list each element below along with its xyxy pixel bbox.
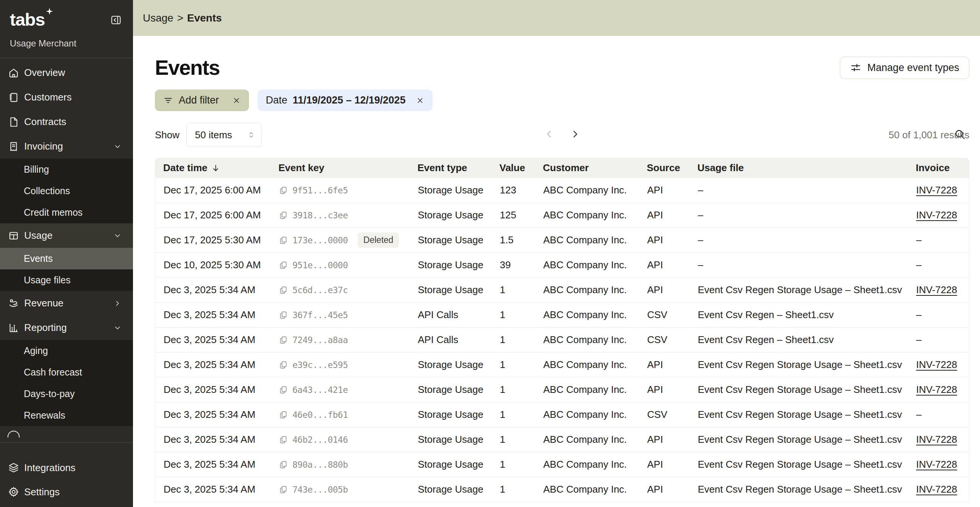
event-key-cell: 951e...0000 <box>279 260 418 270</box>
sidebar-item-integrations[interactable]: Integrations <box>0 456 133 480</box>
table-row[interactable]: Dec 3, 2025 5:34 AM 46e0...fb61 Storage … <box>155 402 969 427</box>
usage-file-cell: – <box>698 184 916 196</box>
invoice-link[interactable]: INV-7228 <box>916 483 957 495</box>
copy-icon[interactable] <box>279 435 288 444</box>
sidebar-item-days-to-pay[interactable]: Days-to-pay <box>0 383 133 405</box>
copy-icon[interactable] <box>279 186 288 195</box>
previous-page-icon[interactable] <box>544 129 555 141</box>
copy-icon[interactable] <box>279 310 288 319</box>
column-header-value[interactable]: Value <box>500 162 543 174</box>
sidebar-item-usage-files[interactable]: Usage files <box>0 269 133 291</box>
partial-nav-item[interactable] <box>0 426 133 437</box>
revenue-icon <box>8 297 20 310</box>
column-header-source[interactable]: Source <box>647 162 697 174</box>
invoice-link[interactable]: INV-7228 <box>916 434 957 445</box>
customer-cell: ABC Company Inc. <box>543 459 647 470</box>
table-row[interactable]: Dec 3, 2025 5:34 AM 5c6d...e37c Storage … <box>155 278 969 303</box>
table-row[interactable]: Dec 3, 2025 5:34 AM e39c...e595 Storage … <box>155 353 969 377</box>
table-toolbar: Show 50 items 50 of 1,001 results <box>155 122 969 147</box>
sidebar-item-contracts[interactable]: Contracts <box>0 110 133 134</box>
table-row[interactable]: Dec 3, 2025 5:34 AM 6a43...421e Storage … <box>155 377 969 402</box>
copy-icon[interactable] <box>279 460 288 469</box>
next-page-icon[interactable] <box>570 129 580 141</box>
sidebar-item-label: Collections <box>24 186 70 197</box>
datetime-cell: Dec 3, 2025 5:34 AM <box>164 409 279 421</box>
copy-icon[interactable] <box>279 361 288 369</box>
sidebar-item-usage[interactable]: Usage <box>0 223 133 248</box>
value-cell: 1 <box>500 459 543 470</box>
copy-icon[interactable] <box>279 261 288 270</box>
sidebar-item-reporting[interactable]: Reporting <box>0 315 133 340</box>
logo-text: tabs <box>10 10 45 29</box>
sidebar-item-overview[interactable]: Overview <box>0 60 133 85</box>
customer-cell: ABC Company Inc. <box>543 209 647 221</box>
breadcrumb-section[interactable]: Usage <box>143 12 173 24</box>
sidebar-item-renewals[interactable]: Renewals <box>0 405 133 426</box>
table-row[interactable]: Dec 17, 2025 6:00 AM 9f51...6fe5 Storage… <box>155 178 969 203</box>
copy-icon[interactable] <box>279 211 288 220</box>
sidebar-item-customers[interactable]: Customers <box>0 85 133 110</box>
value-cell: 1 <box>500 334 543 346</box>
sidebar-item-revenue[interactable]: Revenue <box>0 291 133 315</box>
table-row[interactable]: Dec 3, 2025 5:34 AM 367f...45e5 API Call… <box>155 303 969 327</box>
add-filter-chip[interactable]: Add filter <box>155 89 249 111</box>
invoice-link[interactable]: INV-7228 <box>916 209 957 221</box>
copy-icon[interactable] <box>279 335 288 345</box>
sidebar-item-label: Usage files <box>24 275 71 286</box>
invoice-link[interactable]: INV-7228 <box>916 284 957 296</box>
sidebar-item-collections[interactable]: Collections <box>0 180 133 202</box>
column-header-invoice[interactable]: Invoice <box>916 162 960 174</box>
workspace-name: Usage Merchant <box>10 38 122 49</box>
manage-event-types-button[interactable]: Manage event types <box>840 57 969 79</box>
column-header-datetime[interactable]: Date time <box>163 162 278 174</box>
customer-cell: ABC Company Inc. <box>543 284 647 296</box>
date-filter-chip[interactable]: Date 11/19/2025 – 12/19/2025 <box>258 89 433 111</box>
column-header-event-key[interactable]: Event key <box>278 162 417 174</box>
sidebar-item-aging[interactable]: Aging <box>0 340 133 362</box>
usage-file-cell: Event Csv Regen – Sheet1.csv <box>698 334 916 346</box>
sidebar-item-events[interactable]: Events <box>0 248 133 269</box>
table-row[interactable]: Dec 3, 2025 5:34 AM 7249...a8aa API Call… <box>155 327 969 353</box>
table-row[interactable]: Dec 17, 2025 5:30 AM 173e...0000 Deleted… <box>155 228 969 253</box>
table-row[interactable]: Dec 3, 2025 5:34 AM 890a...880b Storage … <box>155 452 969 477</box>
column-header-customer[interactable]: Customer <box>543 162 647 174</box>
table-row[interactable]: Dec 17, 2025 6:00 AM 3918...c3ee Storage… <box>155 203 969 228</box>
value-cell: 1 <box>500 384 543 396</box>
partial-nav-icon <box>8 431 20 437</box>
invoice-link[interactable]: INV-7228 <box>916 459 957 470</box>
copy-icon[interactable] <box>279 236 288 245</box>
page-size-select[interactable]: 50 items <box>186 123 262 147</box>
sidebar-item-billing[interactable]: Billing <box>0 159 133 180</box>
column-header-event-type[interactable]: Event type <box>417 162 500 174</box>
source-cell: CSV <box>647 309 698 321</box>
table-row[interactable]: Dec 3, 2025 5:34 AM 743e...005b Storage … <box>155 477 969 502</box>
remove-filter-icon[interactable] <box>232 96 241 105</box>
remove-date-filter-icon[interactable] <box>416 96 424 105</box>
invoice-link[interactable]: INV-7228 <box>916 184 957 196</box>
invoice-link[interactable]: INV-7228 <box>916 359 957 370</box>
sidebar-item-settings[interactable]: Settings <box>0 480 133 504</box>
value-cell: 39 <box>500 259 543 271</box>
event-type-cell: Storage Usage <box>418 434 500 445</box>
sidebar-item-invoicing[interactable]: Invoicing <box>0 134 133 159</box>
collapse-sidebar-button[interactable] <box>110 14 122 26</box>
copy-icon[interactable] <box>279 485 288 494</box>
sliders-icon <box>850 62 861 73</box>
reporting-sub-list: Aging Cash forecast Days-to-pay Renewals <box>0 340 133 426</box>
copy-icon[interactable] <box>279 385 288 394</box>
invoice-link[interactable]: INV-7228 <box>916 384 957 396</box>
copy-icon[interactable] <box>279 286 288 295</box>
copy-icon[interactable] <box>279 410 288 420</box>
sidebar-item-cash-forecast[interactable]: Cash forecast <box>0 362 133 383</box>
page-content: Events Manage event types Add filter Dat… <box>133 36 980 507</box>
chevron-right-icon <box>113 299 122 308</box>
source-cell: API <box>647 434 698 445</box>
sidebar-item-credit-memos[interactable]: Credit memos <box>0 202 133 223</box>
sidebar-footer: Integrations Settings <box>0 442 133 507</box>
sidebar-item-label: Invoicing <box>24 141 109 152</box>
table-row[interactable]: Dec 3, 2025 5:34 AM 46b2...0146 Storage … <box>155 427 969 452</box>
table-row[interactable]: Dec 10, 2025 5:30 AM 951e...0000 Storage… <box>155 253 969 278</box>
breadcrumb-current: Events <box>187 12 222 24</box>
column-header-usage-file[interactable]: Usage file <box>697 162 916 174</box>
usage-file-cell: Event Csv Regen Storage Usage – Sheet1.c… <box>698 483 916 495</box>
